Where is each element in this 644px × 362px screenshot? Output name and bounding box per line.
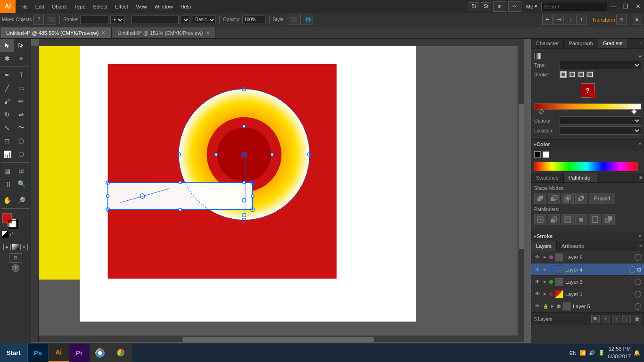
tab-1[interactable]: Untitled-9* @ 151% (CMYK/Preview) ✕ bbox=[111, 27, 215, 38]
layer-5-lock-icon[interactable]: 🔒 bbox=[543, 304, 548, 309]
default-colors-icon[interactable] bbox=[2, 231, 8, 238]
layer-3-expand-icon[interactable]: ▶ bbox=[543, 279, 547, 285]
magic-wand-tool[interactable]: ✱ bbox=[0, 52, 14, 65]
trim-btn[interactable] bbox=[548, 214, 560, 225]
basic-select[interactable]: Basic bbox=[192, 16, 216, 24]
stroke-icon1[interactable] bbox=[560, 71, 567, 78]
start-button[interactable]: Start bbox=[0, 344, 28, 362]
stroke-icon4[interactable] bbox=[586, 71, 594, 78]
layer-3-visibility-icon[interactable]: 👁 bbox=[534, 279, 541, 285]
st-button[interactable]: St bbox=[481, 2, 491, 10]
gradient-preview-swatch[interactable] bbox=[534, 53, 541, 59]
align-btn2[interactable]: ⊣ bbox=[553, 15, 564, 25]
swap-colors-icon[interactable]: ⇄ bbox=[9, 231, 16, 238]
tab-1-close[interactable]: ✕ bbox=[206, 30, 210, 35]
layer-6-expand-icon[interactable]: ▶ bbox=[543, 254, 547, 261]
rotate-tool[interactable]: ↻ bbox=[0, 108, 14, 121]
layer-row-5[interactable]: 👁 🔒 ▶ Layer 5 bbox=[531, 300, 644, 313]
taskbar-photoshop[interactable]: Ps bbox=[28, 344, 49, 362]
move-down-btn[interactable]: ↓ bbox=[622, 315, 631, 323]
none-mode-btn[interactable]: ✕ bbox=[20, 244, 28, 250]
opacity-gradient-select[interactable] bbox=[560, 116, 641, 125]
hand-tool[interactable]: ✋ bbox=[0, 194, 14, 207]
color-section-header[interactable]: ▸ Color ≡ bbox=[531, 140, 644, 149]
transform-link[interactable]: Transform bbox=[592, 17, 615, 23]
horizontal-scrollbar[interactable] bbox=[39, 336, 518, 342]
swatches-tab[interactable]: Swatches bbox=[531, 173, 564, 182]
gradient-tool[interactable]: ◫ bbox=[0, 177, 14, 190]
add-layer-btn[interactable]: + bbox=[602, 315, 610, 323]
layer-6-visibility-icon[interactable]: 👁 bbox=[534, 254, 541, 261]
color-panel-menu-icon[interactable]: ≡ bbox=[639, 142, 641, 147]
menu-object[interactable]: Object bbox=[48, 0, 71, 13]
pen-tool[interactable]: ✒ bbox=[0, 68, 14, 82]
divide-btn[interactable] bbox=[534, 214, 546, 225]
layer-4-expand-icon[interactable]: ▶ bbox=[543, 266, 547, 273]
pathfinder-tab[interactable]: Pathfinder bbox=[564, 173, 597, 182]
rectangle-tool[interactable]: ▭ bbox=[14, 82, 28, 95]
menu-window[interactable]: Window bbox=[151, 0, 177, 13]
restore-button[interactable]: ❐ bbox=[619, 0, 632, 13]
minus-back-btn[interactable] bbox=[603, 214, 615, 225]
zoom-tool[interactable]: 🔎 bbox=[14, 194, 28, 207]
free-transform-tool[interactable]: ⊡ bbox=[0, 134, 14, 148]
eyedropper-tool[interactable]: 🔍 bbox=[14, 177, 28, 190]
layer-1-target-icon[interactable] bbox=[635, 291, 641, 297]
transform-icon[interactable]: ⊡ bbox=[616, 15, 627, 25]
selection-tool[interactable] bbox=[0, 39, 14, 52]
layer-3-target-icon[interactable] bbox=[635, 279, 641, 285]
menu-file[interactable]: File bbox=[16, 0, 32, 13]
stroke-style-select[interactable]: ▾ bbox=[181, 16, 190, 24]
merge-btn[interactable] bbox=[561, 214, 574, 225]
minus-front-btn[interactable] bbox=[548, 193, 560, 204]
expand-button[interactable]: Expand bbox=[589, 193, 615, 204]
options-icon1[interactable]: ⬛ bbox=[46, 15, 56, 25]
menu-help[interactable]: Help bbox=[177, 0, 195, 13]
column-graph-tool[interactable]: ▦ bbox=[0, 164, 14, 177]
move-to-btn[interactable]: ↑ bbox=[612, 315, 620, 323]
search-layers-icon[interactable]: 🔍 bbox=[591, 315, 600, 323]
menu-view[interactable]: View bbox=[132, 0, 151, 13]
graph-tool[interactable]: 📊 bbox=[0, 148, 14, 161]
help-icon-area[interactable]: ? bbox=[0, 264, 31, 272]
outline-btn[interactable] bbox=[589, 214, 601, 225]
horizontal-scroll-thumb[interactable] bbox=[182, 337, 374, 342]
line-tool[interactable]: ╱ bbox=[0, 82, 14, 95]
layer-6-target-icon[interactable] bbox=[635, 254, 641, 261]
paintbrush-tool[interactable]: 🖌 bbox=[0, 95, 14, 108]
white-swatch[interactable] bbox=[543, 151, 549, 158]
layer-row-3[interactable]: 👁 ▶ Layer 3 bbox=[531, 276, 644, 288]
mesh-tool[interactable]: ⊞ bbox=[14, 164, 28, 177]
layers-menu-icon[interactable]: ≡ bbox=[637, 241, 644, 251]
scale-tool[interactable]: ⤡ bbox=[0, 121, 14, 134]
gradient-type-select[interactable] bbox=[560, 61, 641, 69]
crop-btn[interactable] bbox=[575, 214, 587, 225]
layer-row-1[interactable]: 👁 ▶ Layer 1 bbox=[531, 288, 644, 300]
user-menu[interactable]: Me ▾ bbox=[522, 3, 541, 9]
symbol-tool[interactable]: ⬡ bbox=[14, 148, 28, 161]
tab-character[interactable]: Character bbox=[531, 39, 564, 48]
tab-paragraph[interactable]: Paragraph bbox=[564, 39, 598, 48]
taskbar-chrome[interactable] bbox=[90, 344, 111, 362]
intersect-btn[interactable] bbox=[561, 193, 574, 204]
layer-5-expand-icon[interactable]: ▶ bbox=[550, 303, 555, 310]
tab-0-close[interactable]: ✕ bbox=[101, 30, 105, 35]
stroke-style-input[interactable] bbox=[132, 16, 179, 24]
layer-4-visibility-icon[interactable]: 👁 bbox=[534, 266, 541, 273]
sw-pf-menu-icon[interactable]: ≡ bbox=[637, 173, 644, 182]
stroke-icon3[interactable] bbox=[578, 71, 585, 78]
gradient-stop-1[interactable] bbox=[631, 109, 636, 114]
tab-gradient[interactable]: Gradient bbox=[598, 39, 628, 48]
layer-5-visibility-icon[interactable]: 👁 bbox=[534, 303, 541, 310]
globe-icon[interactable]: 🌐 bbox=[303, 15, 313, 25]
artboard-btn[interactable]: ⊡ bbox=[0, 253, 31, 263]
gradient-expand-icon[interactable]: ▾ bbox=[639, 54, 641, 59]
taskbar-illustrator[interactable]: Ai bbox=[49, 344, 69, 362]
align-btn1[interactable]: ⊢ bbox=[542, 15, 553, 25]
layers-tab[interactable]: Layers bbox=[531, 241, 557, 251]
layer-5-target-icon[interactable] bbox=[635, 303, 641, 310]
location-select[interactable] bbox=[560, 126, 641, 135]
minimize-button[interactable]: — bbox=[607, 0, 619, 13]
delete-layer-btn[interactable]: 🗑 bbox=[633, 315, 641, 323]
direct-selection-tool[interactable] bbox=[14, 39, 28, 52]
